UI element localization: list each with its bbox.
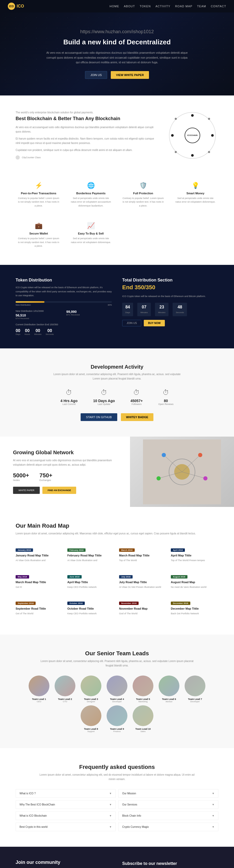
faq-item[interactable]: Crypto Currency Magix ▼ — [118, 823, 218, 831]
github-button[interactable]: START ON GITHUB — [81, 413, 117, 421]
team-avatar — [159, 676, 179, 696]
avatar-placeholder — [185, 676, 205, 696]
roadmap-item: April 2018 April Map Tittle Top of The W… — [171, 544, 218, 566]
faq-item[interactable]: Our Mission ▼ — [118, 789, 218, 798]
roadmap-item-desc: At Vitae Ociis Illustration and — [67, 559, 115, 562]
blockchain-desc2: Et harum quidem rerum facilis est et exp… — [16, 136, 156, 145]
dev-stat-label: Last Update — [93, 403, 115, 405]
roadmap-item: January 2018 January Road Map Tittle At … — [16, 544, 63, 566]
feature-item: 💼 Secure Wallet Contrary to popular beli… — [16, 218, 61, 252]
team-name: Team Lead 4 — [105, 698, 129, 701]
team-member: Team Lead 10 Sales — [131, 705, 155, 733]
network-left: Growing Global Network At vero eos et ac… — [0, 437, 130, 507]
white-paper-button[interactable]: VIEW WHITE PAPER — [111, 71, 149, 79]
roadmap-item-title: July Road Map Tittle — [119, 581, 167, 584]
dev-stat-item: ⏱ 80 Open Reviews — [158, 389, 174, 405]
roadmap-badge: November 2018 — [119, 601, 138, 605]
dev-stat-icon: ⏱ — [60, 389, 78, 397]
faq-subtitle: Lorem ipsum dolor sit amet, consectetur … — [39, 773, 195, 781]
avatar-placeholder — [107, 676, 127, 696]
timer-minutes: 00 Minutes — [34, 329, 42, 335]
faq-item[interactable]: What is ICO ? ▼ — [16, 789, 116, 798]
white-paper-network-button[interactable]: WHITE PAPER — [13, 487, 40, 494]
feature-item: 📈 Easy To Buy & Sell Sed at perspiciatis… — [68, 218, 114, 252]
svg-point-9 — [157, 476, 161, 480]
buy-now-button[interactable]: BUY NOW — [144, 320, 164, 327]
badge-button[interactable]: WHITEY BADGE — [121, 413, 153, 421]
roadmap-item: October 2018 October Road Tittle Keep CE… — [67, 597, 115, 619]
faq-arrow-icon: ▼ — [212, 803, 214, 806]
hero-section: https://www.huzhan.com/ishop1012 Build a… — [0, 12, 234, 95]
team-role: Designer — [79, 701, 103, 703]
nav-activity[interactable]: ACTIVITY — [155, 5, 171, 8]
avatar-placeholder — [81, 676, 101, 696]
feature-icon: 🛡️ — [122, 182, 164, 189]
faq-question: What is ICO Blockchain — [20, 814, 47, 817]
token-right: Total Distribution Section End 350/350 I… — [122, 278, 218, 335]
network-image — [130, 437, 234, 507]
progress-labels: New Distribution 30% — [16, 304, 112, 306]
blockchain-diagram: ICOCHAIN — [166, 112, 218, 159]
feature-item: 🛡️ Full Protection Contrary to popular b… — [120, 178, 166, 212]
team-avatar — [133, 705, 153, 726]
roadmap-item: February 2018 February Road Map Tittle A… — [67, 544, 115, 566]
find-exchange-button[interactable]: FIND AN EXCHANGE — [43, 487, 76, 494]
team-role: Developer — [105, 701, 129, 703]
dev-stat-item: ⏱ 4 Hrs Ago Last Commit — [60, 389, 78, 405]
svg-point-7 — [162, 453, 166, 457]
roadmap-item-desc: At Vitae Ociis Illustration and — [16, 559, 63, 562]
current-dist-label: Current Distribution Section End 150/350 — [16, 323, 112, 326]
team-name: Team Lead 3 — [79, 698, 103, 701]
feature-title: Smart Money — [175, 192, 216, 195]
dev-stat-icon: ⏱ — [131, 389, 143, 397]
faq-question: Our Mission — [122, 792, 136, 795]
team-title: Our Senior Team Leads — [16, 650, 218, 657]
faq-question: Block Chain Info — [122, 814, 141, 817]
blockchain-desc3: Cupidatat non proident, similique sunt i… — [16, 148, 156, 152]
team-member: Team Lead 8 Support — [79, 705, 103, 733]
nav-team[interactable]: TEAM — [197, 5, 206, 8]
team-name: Team Lead 6 — [157, 698, 181, 701]
team-name: Team Lead 2 — [53, 698, 77, 701]
faq-grid: What is ICO ? ▼ Our Mission ▼ Why The Be… — [16, 789, 218, 831]
dist-row: New Distribution 1/01/2000 56,510 ETH Re… — [16, 310, 112, 319]
dev-buttons: START ON GITHUB WHITEY BADGE — [16, 413, 218, 421]
feature-icon: 💼 — [18, 222, 59, 229]
faq-item[interactable]: What is ICO Blockchain ▼ — [16, 811, 116, 820]
join-us-token-button[interactable]: JOIN US — [122, 320, 141, 327]
network-stat1: 5000+ Nodes — [13, 472, 29, 482]
roadmap-item-title: April Map Tittle — [67, 581, 115, 584]
nav-roadmap[interactable]: ROAD MAP — [175, 5, 192, 8]
roadmap-item-desc: Top of The World Presen tempes — [171, 559, 218, 562]
nav-home[interactable]: HOME — [109, 5, 119, 8]
faq-item[interactable]: Block Chain Info ▼ — [118, 811, 218, 820]
network-buttons: WHITE PAPER FIND AN EXCHANGE — [13, 487, 117, 494]
faq-item[interactable]: Why The Best ICO BlockChain ▼ — [16, 800, 116, 809]
dist-btc: 99,990 BTC Received — [66, 310, 112, 319]
faq-arrow-icon: ▼ — [109, 826, 112, 828]
nav-token[interactable]: TOKEN — [139, 5, 151, 8]
progress-bar-wrap — [16, 301, 112, 303]
token-timer-seconds: 48 Seconds — [173, 303, 187, 316]
roadmap-item: July 2018 July Road Map Tittle At Vitae … — [119, 570, 167, 592]
nav-about[interactable]: ABOUT — [124, 5, 135, 8]
team-avatar — [107, 705, 127, 726]
hero-title: Build a new kind of Decentralized — [63, 38, 171, 46]
feature-desc: Sed at perspiciatis unde omnis iste natu… — [175, 196, 216, 204]
nav-logo: ICO ICO — [8, 3, 24, 10]
join-us-button[interactable]: JOIN US — [85, 71, 107, 79]
circle-inner: ICOCHAIN — [185, 128, 200, 143]
faq-item[interactable]: Our Services ▼ — [118, 800, 218, 809]
blockchain-desc1: At vero eos et accusamguat iusto odio di… — [16, 125, 156, 134]
roadmap-item: November 2018 November Road Map God of T… — [119, 597, 167, 619]
roadmap-item-desc: Keep CEO Portfolio network — [67, 612, 115, 615]
avatar-placeholder — [29, 676, 49, 696]
token-timer-hours: 07 Minutes — [137, 303, 151, 316]
team-avatar — [107, 676, 127, 696]
nav-contact[interactable]: CONTACT — [211, 5, 226, 8]
roadmap-item-title: September Road Tittle — [16, 607, 63, 610]
faq-item[interactable]: Best Crypto in this world ▼ — [16, 823, 116, 831]
dev-section: Development Activity Lorem ipsum dolor s… — [0, 348, 234, 437]
team-name: Team Lead 10 — [131, 727, 155, 730]
dist-btc-label: BTC Received — [66, 314, 112, 316]
